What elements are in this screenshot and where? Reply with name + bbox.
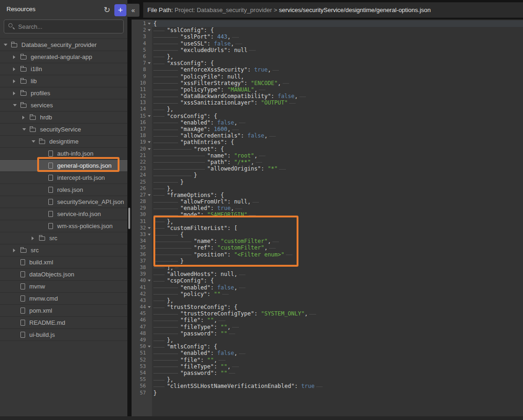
code-line-19[interactable]: 19"pathEntries": { [132,139,523,145]
code-line-27[interactable]: 27"frameOptions": { [132,192,523,198]
fold-marker-icon[interactable] [148,234,151,236]
code-line-48[interactable]: 48"password": "" [132,330,523,337]
code-line-46[interactable]: 46"file": "", [132,317,523,323]
code-line-11[interactable]: 11"policyType": "MANUAL", [132,86,523,93]
chevron-right-icon[interactable] [22,116,25,119]
chevron-right-icon[interactable] [13,79,15,83]
code-line-44[interactable]: 44"trustStoreConfig": { [132,304,523,310]
tree-item-mvnw-cmd[interactable]: mvnw.cmd [0,293,127,305]
tree-item-securityservice[interactable]: securityService [0,124,127,136]
tree-item-hrdb[interactable]: hrdb [0,112,127,124]
code-line-43[interactable]: 43}, [132,297,523,304]
code-line-20[interactable]: 20"root": { [132,146,523,152]
collapse-panel-button[interactable]: « [127,4,139,17]
tree-item-i18n[interactable]: i18n [0,63,127,75]
tree-item-roles-json[interactable]: roles.json [0,184,127,196]
fold-marker-icon[interactable] [148,29,151,31]
search-input[interactable] [4,20,124,33]
code-line-26[interactable]: 26}, [132,185,523,192]
tree-item-pom-xml[interactable]: pom.xml [0,305,127,317]
tree-item-dataobjects-json[interactable]: dataObjects.json [0,269,127,281]
code-line-18[interactable]: 18"allowCredentials": false, [132,132,523,139]
code-line-25[interactable]: 25} [132,179,523,185]
tree-item-auth-info-json[interactable]: auth-info.json [0,148,127,160]
code-line-15[interactable]: 15"corsConfig": { [132,113,523,119]
code-line-5[interactable]: 5"excludedUrls": null [132,47,523,53]
fold-marker-icon[interactable] [148,115,151,117]
chevron-down-icon[interactable] [13,104,17,106]
code-line-51[interactable]: 51"enabled": false, [132,350,523,356]
code-line-35[interactable]: 35"ref": "customFilter", [132,244,523,251]
code-line-42[interactable]: 42"policy": "" [132,291,523,297]
tree-item-general-options-json[interactable]: general-options.json [0,160,127,172]
code-line-45[interactable]: 45"trustStoreConfigType": "SYSTEM_ONLY", [132,310,523,317]
code-line-17[interactable]: 17"maxAge": 1600, [132,126,523,132]
code-line-23[interactable]: 23"allowedOrigins": "*" [132,165,523,172]
tree-item-src[interactable]: src [0,232,127,244]
tree-item-src[interactable]: src [0,244,127,256]
code-line-21[interactable]: 21"name": "root", [132,152,523,159]
chevron-right-icon[interactable] [13,55,15,59]
code-line-28[interactable]: 28"allowFromUrl": null, [132,198,523,205]
fold-marker-icon[interactable] [148,194,151,196]
code-line-47[interactable]: 47"fileType": "", [132,324,523,330]
code-line-2[interactable]: 2"sslConfig": { [132,27,523,33]
fold-marker-icon[interactable] [148,346,151,348]
tree-item-generated-angular-app[interactable]: generated-angular-app [0,51,127,63]
fold-marker-icon[interactable] [148,141,151,143]
code-line-52[interactable]: 52"file": "", [132,357,523,363]
code-editor[interactable]: 1{2"sslConfig": {3"sslPort": 443,4"useSS… [132,20,523,416]
tree-item-intercept-urls-json[interactable]: intercept-urls.json [0,172,127,184]
chevron-right-icon[interactable] [32,236,34,240]
refresh-button[interactable]: ↻ [101,4,113,16]
fold-marker-icon[interactable] [148,280,151,282]
chevron-right-icon[interactable] [13,249,15,252]
code-line-4[interactable]: 4"useSSL": false, [132,40,523,47]
code-line-40[interactable]: 40"cspConfig": { [132,277,523,284]
code-line-37[interactable]: 37} [132,258,523,264]
code-line-49[interactable]: 49}, [132,337,523,343]
add-button[interactable]: + [114,4,126,16]
code-line-41[interactable]: 41"enabled": false, [132,284,523,291]
tree-item-wm-xss-policies-json[interactable]: wm-xss-policies.json [0,220,127,232]
code-line-39[interactable]: 39"allowedHosts": null, [132,271,523,277]
code-line-1[interactable]: 1{ [132,20,523,27]
fold-marker-icon[interactable] [148,227,151,229]
chevron-down-icon[interactable] [32,140,35,143]
tree-item-database-security-provider[interactable]: Database_security_provider [0,39,127,51]
code-line-6[interactable]: 6}, [132,53,523,60]
code-line-34[interactable]: 34"name": "customFilter", [132,238,523,244]
code-line-29[interactable]: 29"enabled": true, [132,205,523,211]
code-line-32[interactable]: 32"customFilterList": [ [132,225,523,231]
tree-scrollbar[interactable] [128,208,130,229]
code-line-22[interactable]: 22"path": "/**", [132,159,523,165]
fold-marker-icon[interactable] [148,62,151,64]
code-line-12[interactable]: 12"dataBackwardCompatibility": false, [132,93,523,99]
code-line-14[interactable]: 14}, [132,106,523,112]
code-line-24[interactable]: 24} [132,172,523,178]
code-line-10[interactable]: 10"xssFilterStrategy": "ENCODE", [132,80,523,86]
code-line-7[interactable]: 7"xssConfig": { [132,60,523,66]
code-line-16[interactable]: 16"enabled": false, [132,119,523,126]
fold-marker-icon[interactable] [148,306,151,308]
chevron-down-icon[interactable] [4,44,7,46]
code-line-54[interactable]: 54"password": "" [132,370,523,376]
code-line-57[interactable]: 57} [132,390,523,396]
tree-item-lib[interactable]: lib [0,75,127,87]
code-line-3[interactable]: 3"sslPort": 443, [132,33,523,40]
tree-item-ui-build-js[interactable]: ui-build.js [0,329,127,341]
tree-item-securityservice-api-json[interactable]: securityService_API.json [0,196,127,208]
code-line-56[interactable]: 56"clientSSLHostNameVerificationEnabled"… [132,383,523,389]
code-line-55[interactable]: 55}, [132,376,523,383]
code-line-9[interactable]: 9"policyFile": null, [132,73,523,80]
code-line-31[interactable]: 31}, [132,218,523,225]
chevron-right-icon[interactable] [13,92,15,95]
code-line-30[interactable]: 30"mode": "SAMEORIGIN" [132,211,523,218]
code-line-8[interactable]: 8"enforceXssSecurity": true, [132,66,523,73]
code-line-13[interactable]: 13"xssSanitizationLayer": "OUTPUT" [132,99,523,106]
code-line-38[interactable]: 38], [132,264,523,271]
fold-marker-icon[interactable] [148,23,151,25]
code-line-50[interactable]: 50"mtlsConfig": { [132,343,523,350]
tree-item-readme-md[interactable]: README.md [0,317,127,329]
chevron-right-icon[interactable] [13,67,15,71]
